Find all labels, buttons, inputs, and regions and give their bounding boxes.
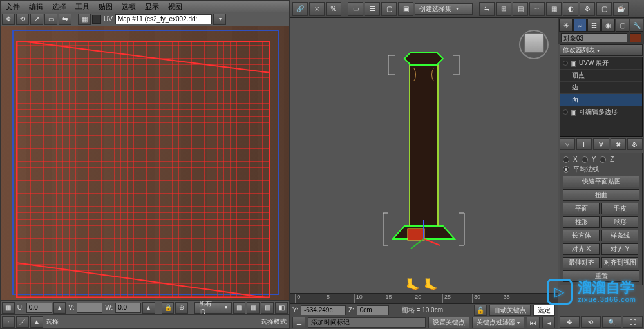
object-name-input[interactable]: 对象03 xyxy=(561,33,627,42)
uv-channel-checkbox[interactable] xyxy=(92,15,101,24)
tab-hierarchy-icon[interactable]: ☷ xyxy=(587,19,601,32)
menu-display[interactable]: 显示 xyxy=(142,1,162,12)
time-ruler[interactable]: 0 5 10 15 20 25 30 35 xyxy=(290,293,558,303)
viewcube[interactable] xyxy=(519,30,549,59)
w-field[interactable]: 0.0 xyxy=(115,303,141,313)
menu-select[interactable]: 选择 xyxy=(50,1,69,12)
unique-icon[interactable]: ∀ xyxy=(593,138,609,150)
uv-grid2-icon[interactable]: ▦ xyxy=(247,302,260,314)
uv-map-dropdown-icon[interactable] xyxy=(213,14,226,25)
uv-extra-icon[interactable]: ◧ xyxy=(275,302,288,314)
render-setup-icon[interactable]: ⚙ xyxy=(580,2,595,16)
axis-x-label[interactable]: X xyxy=(573,156,578,163)
uv-subobj-vertex-icon[interactable]: · xyxy=(2,316,15,328)
box-button[interactable]: 长方体 xyxy=(563,230,600,241)
uv-fill-icon[interactable]: ▤ xyxy=(261,302,274,314)
menu-map[interactable]: 贴图 xyxy=(96,1,115,12)
aligny-button[interactable]: 对齐 Y xyxy=(601,243,638,255)
plane-button[interactable]: 平面 xyxy=(563,203,600,214)
select-icon[interactable]: ▭ xyxy=(348,2,363,16)
menu-file[interactable]: 文件 xyxy=(3,1,23,12)
uv-tool-scale-icon[interactable]: ⤢ xyxy=(30,14,43,25)
nav-zoom-icon[interactable]: 🔍 xyxy=(602,316,622,328)
cyl-button[interactable]: 柱形 xyxy=(563,216,600,228)
link-icon[interactable]: 🔗 xyxy=(292,2,308,16)
modifier-list-dropdown[interactable]: 修改器列表 xyxy=(560,44,643,56)
select-name-icon[interactable]: ☰ xyxy=(365,2,380,16)
bind-icon[interactable]: % xyxy=(326,2,341,16)
tab-motion-icon[interactable]: ◉ xyxy=(601,19,615,32)
keyfilter-dropdown[interactable]: 关键点过滤器 xyxy=(472,317,524,328)
mirror-icon[interactable]: ⇋ xyxy=(479,2,495,16)
material-icon[interactable]: ◐ xyxy=(563,2,578,16)
spline-button[interactable]: 样条线 xyxy=(601,230,638,241)
uv-id-dropdown[interactable]: 所有 ID xyxy=(194,302,231,314)
uv-selection-grid[interactable] xyxy=(16,41,270,298)
uv-opt1-icon[interactable]: ▦ xyxy=(2,302,15,314)
axis-y-label[interactable]: Y xyxy=(592,156,596,163)
uv-canvas[interactable] xyxy=(1,26,289,300)
subobj-edge[interactable]: 边 xyxy=(560,82,642,94)
object-color-swatch[interactable] xyxy=(630,33,641,42)
menu-edit[interactable]: 编辑 xyxy=(26,1,46,12)
u-field[interactable]: 0.0 xyxy=(26,303,52,313)
twist-button[interactable]: 扭曲 xyxy=(563,189,639,201)
uv-target-icon[interactable]: ⊕ xyxy=(175,302,188,314)
modifier-stack[interactable]: ▣UVW 展开 顶点 边 面 ▣可编辑多边形 xyxy=(560,57,643,137)
uv-lock-icon[interactable]: 🔒 xyxy=(162,302,175,314)
schematic-icon[interactable]: ▦ xyxy=(546,2,562,16)
uv-tool-rotate-icon[interactable]: ⟲ xyxy=(16,14,29,25)
select-region-icon[interactable]: ▢ xyxy=(381,2,397,16)
uv-tool-move-icon[interactable]: ✥ xyxy=(2,14,15,25)
addtime-label[interactable]: 添加时间标记 xyxy=(308,317,426,328)
play-start-icon[interactable]: ⏮ xyxy=(527,317,540,328)
y-field[interactable]: -634.249c xyxy=(301,305,346,315)
fur-button[interactable]: 毛皮 xyxy=(601,203,638,214)
remove-mod-icon[interactable]: ✖ xyxy=(611,138,626,150)
unlink-icon[interactable]: ⤫ xyxy=(309,2,325,16)
subobj-face[interactable]: 面 xyxy=(560,94,642,106)
render-frame-icon[interactable]: ▢ xyxy=(596,2,612,16)
nav-pan-icon[interactable]: ✥ xyxy=(560,316,580,328)
w-spinner-icon[interactable]: ▴ xyxy=(142,302,155,314)
axis-z-label[interactable]: Z xyxy=(610,156,614,163)
config-mod-icon[interactable]: ⚙ xyxy=(627,138,643,150)
layers-icon[interactable]: ▤ xyxy=(513,2,528,16)
window-crossing-icon[interactable]: ▣ xyxy=(398,2,413,16)
uv-subobj-edge-icon[interactable]: ／ xyxy=(16,316,29,328)
uv-subobj-face-icon[interactable]: ▲ xyxy=(30,316,43,328)
avg-normal-label[interactable]: 平均法线 xyxy=(573,165,599,174)
show-end-icon[interactable]: Ⅱ xyxy=(576,138,592,150)
uv-tool-mirror-icon[interactable]: ⇋ xyxy=(59,14,71,25)
render-icon[interactable]: ☕ xyxy=(613,2,629,16)
uv-map-input[interactable] xyxy=(115,14,212,24)
uv-grid-icon[interactable]: ▦ xyxy=(233,302,246,314)
tab-display-icon[interactable]: ▢ xyxy=(616,19,629,32)
subobj-vertex[interactable]: 顶点 xyxy=(560,70,642,82)
pin-stack-icon[interactable]: ⟇ xyxy=(560,138,575,150)
menu-tools[interactable]: 工具 xyxy=(73,1,92,12)
setkey-button[interactable]: 设置关键点 xyxy=(428,317,469,328)
u-spinner-icon[interactable]: ▴ xyxy=(53,302,66,314)
alignx-button[interactable]: 对齐 X xyxy=(563,243,600,255)
toview-button[interactable]: 对齐到视图 xyxy=(601,257,638,268)
nav-orbit-icon[interactable]: ⟲ xyxy=(581,316,601,328)
curve-editor-icon[interactable]: 〰 xyxy=(529,2,545,16)
tab-utility-icon[interactable]: 🔧 xyxy=(630,19,643,32)
tab-modify-icon[interactable]: ⤾ xyxy=(573,19,587,32)
z-field[interactable]: 0cm xyxy=(357,305,389,315)
sphere-button[interactable]: 球形 xyxy=(601,216,638,228)
v-field[interactable] xyxy=(77,303,102,313)
quick-planar-button[interactable]: 快速平面贴图 xyxy=(563,176,639,187)
menu-view[interactable]: 视图 xyxy=(166,1,185,12)
script-icon[interactable]: ☰ xyxy=(292,317,305,328)
uv-show-map-icon[interactable]: ▦ xyxy=(78,14,91,25)
autokey-button[interactable]: 自动关键点 xyxy=(489,305,531,316)
lock-sel-icon[interactable]: 🔒 xyxy=(474,305,487,316)
align-icon[interactable]: ⊞ xyxy=(496,2,511,16)
selection-set-dropdown[interactable]: 创建选择集 xyxy=(415,3,473,15)
nav-max-icon[interactable]: ⛶ xyxy=(623,316,643,328)
tab-create-icon[interactable]: ✳ xyxy=(559,19,573,32)
uv-tool-freeform-icon[interactable]: ▭ xyxy=(44,14,57,25)
play-prev-icon[interactable]: ◂ xyxy=(542,317,555,328)
